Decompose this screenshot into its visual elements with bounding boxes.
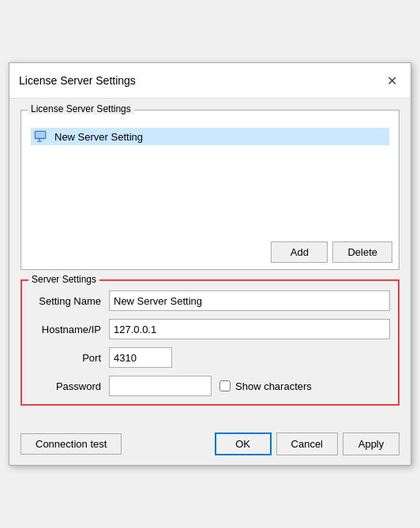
show-characters-area: Show characters bbox=[219, 380, 312, 392]
server-icon bbox=[34, 130, 50, 143]
port-input[interactable] bbox=[109, 347, 172, 368]
ok-button[interactable]: OK bbox=[215, 433, 272, 455]
list-item-label: New Server Setting bbox=[54, 131, 143, 143]
password-input[interactable] bbox=[109, 376, 212, 396]
dialog-content: License Server Settings New Server S bbox=[9, 99, 411, 428]
password-label: Password bbox=[30, 380, 109, 392]
setting-name-label: Setting Name bbox=[30, 295, 109, 307]
hostname-label: Hostname/IP bbox=[30, 324, 109, 335]
hostname-input[interactable] bbox=[109, 319, 390, 339]
cancel-button[interactable]: Cancel bbox=[276, 433, 338, 455]
add-button[interactable]: Add bbox=[271, 242, 328, 263]
connection-test-button[interactable]: Connection test bbox=[21, 433, 122, 455]
server-list: New Server Setting bbox=[28, 125, 392, 235]
list-buttons: Add Delete bbox=[28, 242, 392, 263]
apply-button[interactable]: Apply bbox=[343, 433, 399, 455]
dialog-title: License Server Settings bbox=[19, 74, 136, 87]
server-settings-label: Server Settings bbox=[28, 274, 99, 285]
svg-rect-1 bbox=[36, 132, 45, 138]
close-button[interactable]: ✕ bbox=[382, 71, 401, 90]
title-bar: License Server Settings ✕ bbox=[9, 63, 411, 99]
show-characters-label[interactable]: Show characters bbox=[235, 380, 312, 392]
port-label: Port bbox=[30, 352, 109, 364]
port-row: Port bbox=[30, 347, 390, 368]
hostname-row: Hostname/IP bbox=[30, 319, 390, 339]
svg-rect-3 bbox=[37, 141, 42, 143]
password-area: Show characters bbox=[109, 376, 312, 396]
license-server-group: License Server Settings New Server S bbox=[21, 110, 399, 270]
delete-button[interactable]: Delete bbox=[332, 242, 392, 263]
show-characters-checkbox[interactable] bbox=[219, 380, 231, 391]
setting-name-row: Setting Name bbox=[30, 290, 390, 311]
license-group-label: License Server Settings bbox=[28, 103, 134, 114]
setting-name-input[interactable] bbox=[109, 290, 390, 311]
password-row: Password Show characters bbox=[30, 376, 390, 396]
dialog: License Server Settings ✕ License Server… bbox=[9, 62, 411, 466]
server-settings-group: Server Settings Setting Name Hostname/IP… bbox=[21, 279, 399, 406]
svg-rect-2 bbox=[39, 139, 40, 141]
footer-right-buttons: OK Cancel Apply bbox=[215, 433, 399, 455]
dialog-footer: Connection test OK Cancel Apply bbox=[9, 428, 411, 465]
list-item[interactable]: New Server Setting bbox=[31, 128, 389, 145]
